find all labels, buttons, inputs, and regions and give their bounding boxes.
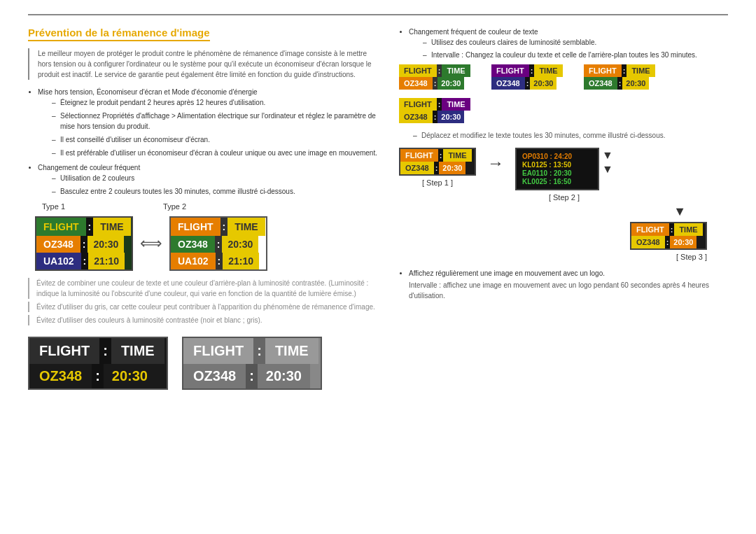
cell-sep: : [80, 236, 88, 253]
large-boards-row: FLIGHT : TIME OZ348 : 20:30 FLIGHT : TIM… [28, 337, 378, 390]
dash-item: Sélectionnez Propriétés d'affichage > Al… [52, 111, 378, 132]
sb2-sep: : [529, 64, 535, 77]
sb3-time: TIME [626, 64, 654, 77]
intro-paragraph: Le meilleur moyen de protéger le produit… [28, 48, 378, 80]
sb4-time-val: 20:30 [438, 111, 464, 123]
sb1-header: FLIGHT : TIME [399, 64, 483, 77]
header-time-2: TIME [227, 218, 265, 236]
lbd-sep2: : [92, 364, 104, 388]
right-column: Changement fréquent de couleur de texte … [399, 27, 728, 390]
sb2-time-val: 20:30 [530, 77, 556, 90]
lbd-oz: OZ348 [29, 364, 92, 388]
flight-boards-comparison: FLIGHT : TIME OZ348 : 20:30 UA102 : 21:1… [35, 216, 378, 271]
sb4-sep2: : [433, 111, 438, 123]
lbd-sep: : [99, 338, 111, 364]
warning1: Évitez de combiner une couleur de texte … [28, 278, 378, 299]
steps-section: FLIGHT : TIME OZ348 : 20:30 [ Step 1 ] → [399, 148, 728, 301]
cell-2110: 21:10 [88, 253, 125, 269]
sb1-sep2: : [433, 77, 438, 90]
warning3: Évitez d'utiliser des couleurs à luminos… [28, 315, 378, 325]
cell-sep3: : [215, 236, 223, 253]
lbd-time: TIME [111, 338, 164, 364]
step2-wrap: OP0310 : 24:20 KL0125 : 13:50 EA0110 : 2… [515, 148, 613, 202]
cell-ua102b: UA102 [171, 253, 216, 269]
step3-sep: : [669, 223, 675, 236]
step2-board: OP0310 : 24:20 KL0125 : 13:50 EA0110 : 2… [515, 148, 599, 190]
dash-list-1: Éteignez le produit pendant 2 heures apr… [52, 97, 378, 158]
right-bullet-list: Changement fréquent de couleur de texte … [409, 27, 728, 60]
step1-oz: OZ348 [400, 162, 434, 174]
step1-sep2: : [434, 162, 440, 174]
lbg-time-val: 20:30 [258, 364, 310, 388]
type-labels: Type 1 Type 2 [42, 202, 378, 211]
small-board-1: FLIGHT : TIME OZ348 : 20:30 [399, 64, 483, 90]
note-dash-item: – Déplacez et modifiez le texte toutes l… [413, 130, 728, 141]
sb4-oz: OZ348 [399, 111, 433, 123]
sb4-sep: : [437, 98, 442, 111]
small-boards-grid: FLIGHT : TIME OZ348 : 20:30 FLIGHT : TIM… [399, 64, 728, 123]
sb3-header: FLIGHT : TIME [584, 64, 668, 77]
step1-time: TIME [443, 149, 471, 162]
step1-flight: FLIGHT [400, 149, 438, 162]
header-flight: FLIGHT [36, 218, 86, 236]
warning2: Évitez d'utiliser du gris, car cette cou… [28, 302, 378, 312]
small-board-4: FLIGHT : TIME OZ348 : 20:30 [399, 98, 483, 123]
large-board-dark: FLIGHT : TIME OZ348 : 20:30 [28, 337, 168, 390]
step3-flight: FLIGHT [631, 223, 669, 236]
sb2-header: FLIGHT : TIME [491, 64, 575, 77]
step1-board: FLIGHT : TIME OZ348 : 20:30 [399, 148, 476, 176]
dash-item: Utilisation de 2 couleurs [52, 173, 378, 183]
step2-row3: EA0110 : 20:30 [522, 169, 592, 177]
step3-wrap: FLIGHT : TIME OZ348 : 20:30 [ Step 3 ] [399, 222, 728, 261]
bullet-item-2: Changement de couleur fréquent Utilisati… [38, 162, 378, 197]
sb2-oz: OZ348 [491, 77, 525, 90]
step1-sep: : [438, 149, 444, 162]
type1-label: Type 1 [42, 202, 65, 211]
dash-list-2: Utilisation de 2 couleurs Basculez entre… [52, 173, 378, 197]
board-header-2: FLIGHT : TIME [171, 218, 266, 236]
arrow-right-1: → [487, 153, 504, 173]
large-board-gray-header: FLIGHT : TIME [183, 338, 321, 364]
step3-sep2: : [665, 236, 671, 248]
small-board-2: FLIGHT : TIME OZ348 : 20:30 [491, 64, 575, 90]
section-title: Prévention de la rémanence d'image [28, 27, 210, 41]
dash-item: Éteignez le produit pendant 2 heures apr… [52, 97, 378, 108]
top-divider [28, 14, 728, 15]
right-dash-item: Utilisez des couleurs claires de luminos… [423, 37, 728, 48]
cell-oz348b: OZ348 [171, 236, 215, 253]
large-board-dark-row: OZ348 : 20:30 [29, 364, 167, 388]
down-arrow-1: ▼ [602, 149, 613, 162]
arrow-down-wrap: ▼ [399, 204, 728, 219]
step2-board-arrows: OP0310 : 24:20 KL0125 : 13:50 EA0110 : 2… [515, 148, 613, 190]
step2-label: [ Step 2 ] [549, 193, 580, 202]
sb1-time: TIME [442, 64, 470, 77]
step3-time: TIME [674, 223, 702, 236]
down-arrow-2: ▼ [602, 163, 613, 176]
step3-oz: OZ348 [631, 236, 665, 248]
step3-row: OZ348 : 20:30 [631, 236, 706, 248]
header-time: TIME [93, 218, 130, 236]
sb4-flight: FLIGHT [399, 98, 437, 111]
sb3-sep: : [622, 64, 627, 77]
step2-row4: KL0025 : 16:50 [522, 178, 592, 185]
sb1-oz: OZ348 [399, 77, 433, 90]
sb1-sep: : [437, 64, 442, 77]
step1-label: [ Step 1 ] [422, 178, 453, 187]
step3-header: FLIGHT : TIME [631, 223, 706, 236]
step1-wrap: FLIGHT : TIME OZ348 : 20:30 [ Step 1 ] [399, 148, 476, 187]
sb4-time: TIME [442, 98, 470, 111]
sb2-row: OZ348 : 20:30 [491, 77, 575, 90]
board-row-1b: OZ348 : 20:30 [171, 236, 266, 253]
cell-2110b: 21:10 [223, 253, 259, 269]
down-arrow-3: ▼ [673, 204, 686, 219]
sb1-row: OZ348 : 20:30 [399, 77, 483, 90]
sb4-row: OZ348 : 20:30 [399, 111, 483, 123]
step1-header: FLIGHT : TIME [400, 149, 475, 162]
sb1-flight: FLIGHT [399, 64, 437, 77]
cell-ua102: UA102 [36, 253, 81, 269]
logo-note-detail: Intervalle : affichez une image en mouve… [409, 280, 728, 301]
large-board-dark-header: FLIGHT : TIME [29, 338, 167, 364]
step-row-1-2: FLIGHT : TIME OZ348 : 20:30 [ Step 1 ] → [399, 148, 728, 202]
step1-row: OZ348 : 20:30 [400, 162, 475, 174]
sb3-time-val: 20:30 [622, 77, 649, 90]
